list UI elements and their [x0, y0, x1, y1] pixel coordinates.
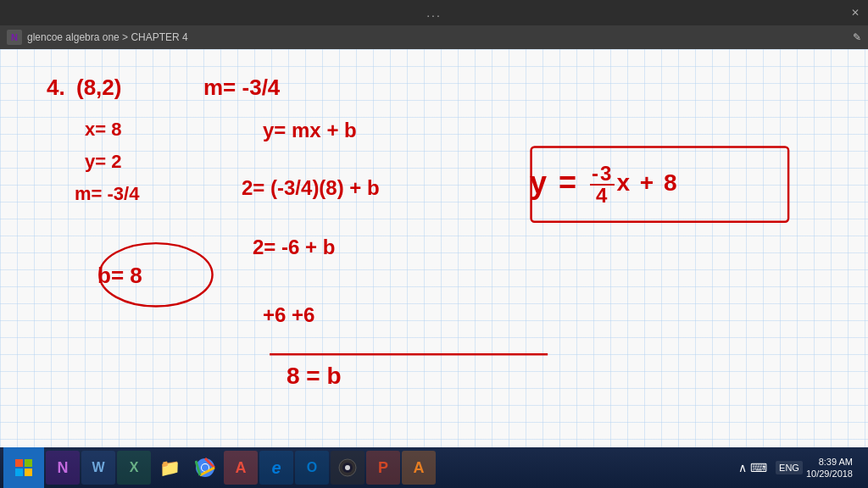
taskbar: N W X 📁 A e O P A: [0, 447, 868, 488]
b-value-circled: b= 8: [97, 263, 142, 289]
svg-rect-4: [25, 459, 32, 467]
close-button[interactable]: ✕: [843, 0, 868, 25]
taskbar-right: ∧ ⌨ ENG 8:39 AM 10/29/2018: [738, 456, 865, 480]
taskbar-app2[interactable]: A: [402, 451, 436, 485]
svg-rect-3: [15, 459, 23, 467]
main-content: 4. (8,2) m= -3/4 x= 8 y= 2 m= -3/4 b= 8 …: [0, 49, 868, 447]
taskbar-onenote[interactable]: N: [46, 451, 80, 485]
system-tray: ∧ ⌨: [738, 461, 767, 474]
taskbar-file-explorer[interactable]: 📁: [153, 451, 186, 485]
taskbar-word[interactable]: W: [81, 451, 115, 485]
clock[interactable]: 8:39 AM 10/29/2018: [806, 456, 853, 480]
svg-point-12: [345, 465, 350, 470]
point-label: (8,2): [76, 75, 121, 101]
final-answer: y = -3 4 x + 8: [530, 164, 678, 206]
taskbar-excel[interactable]: X: [117, 451, 151, 485]
language-button[interactable]: ENG: [776, 461, 803, 474]
nav-icon: N: [7, 30, 22, 45]
title-bar-dots: ...: [25, 6, 843, 19]
start-button[interactable]: [3, 447, 44, 488]
keyboard-icon[interactable]: ⌨: [750, 461, 767, 474]
breadcrumb[interactable]: glencoe algebra one > CHAPTER 4: [27, 31, 848, 43]
equation-4: +6 +6: [263, 303, 314, 327]
equation-5: 8 = b: [287, 363, 342, 390]
taskbar-powerpoint[interactable]: P: [366, 451, 400, 485]
edit-icon[interactable]: ✎: [853, 31, 861, 43]
equation-1: y= mx + b: [263, 119, 357, 142]
chevron-up-icon[interactable]: ∧: [738, 461, 747, 474]
taskbar-app1[interactable]: A: [224, 451, 258, 485]
svg-rect-6: [25, 469, 32, 476]
svg-rect-5: [15, 469, 23, 476]
problem-number: 4.: [47, 75, 65, 101]
m-value: m= -3/4: [75, 183, 139, 205]
slope-label: m= -3/4: [203, 75, 280, 101]
navigation-bar: N glencoe algebra one > CHAPTER 4 ✎: [0, 25, 868, 49]
y-value: y= 2: [85, 151, 121, 173]
taskbar-obs[interactable]: [331, 451, 364, 485]
taskbar-edge[interactable]: e: [259, 451, 293, 485]
x-value: x= 8: [85, 119, 121, 141]
taskbar-outlook[interactable]: O: [295, 451, 329, 485]
clock-time: 8:39 AM: [806, 456, 853, 468]
clock-date: 10/29/2018: [806, 468, 853, 480]
title-bar: ... ✕: [0, 0, 868, 25]
taskbar-chrome[interactable]: [188, 451, 222, 485]
math-content: 4. (8,2) m= -3/4 x= 8 y= 2 m= -3/4 b= 8 …: [0, 49, 868, 447]
equation-2: 2= (-3/4)(8) + b: [242, 176, 380, 200]
equation-3: 2= -6 + b: [253, 236, 335, 259]
